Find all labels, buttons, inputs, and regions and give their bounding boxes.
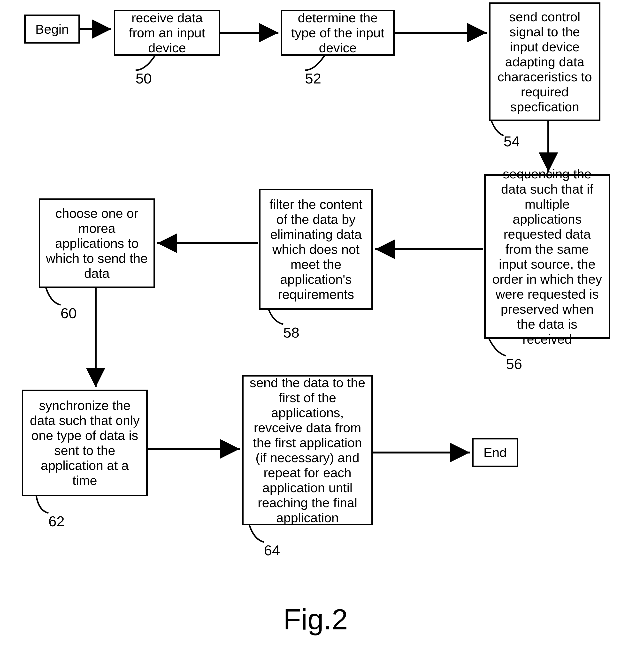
leader-52 [305,56,334,73]
node-end: End [472,438,518,467]
node-54: send control signal to the input device … [489,2,600,121]
node-begin: Begin [24,14,80,44]
flowchart-canvas: Begin receive data from an input device … [0,0,644,672]
leader-54 [491,121,511,138]
label-62: 62 [48,513,65,530]
figure-caption: Fig.2 [283,602,348,636]
label-60: 60 [60,305,77,322]
node-58: filter the content of the data by elimin… [259,189,373,310]
leader-50 [136,56,165,73]
arrow-58-60 [155,237,259,249]
arrow-62-64 [148,443,242,455]
node-64: send the data to the first of the applic… [242,375,373,525]
leader-58 [269,310,293,327]
arrow-50-52 [220,27,281,39]
node-50: receive data from an input device [114,10,220,56]
arrow-56-58 [373,243,484,255]
leader-62 [36,496,58,515]
arrow-begin-50 [80,23,114,35]
node-60: choose one or morea applications to whic… [39,199,155,288]
leader-60 [46,288,68,307]
arrow-60-62 [90,288,102,389]
arrow-64-end [373,446,472,458]
node-62: synchronize the data such that only one … [22,389,148,496]
arrow-54-56 [542,121,554,174]
label-50: 50 [136,70,152,87]
label-56: 56 [506,356,522,372]
leader-56 [489,339,513,358]
arrow-52-54 [395,27,489,39]
node-56: sequencing the data such that if multipl… [484,174,610,339]
label-52: 52 [305,70,321,87]
leader-64 [249,525,271,544]
node-52: determine the type of the input device [281,10,395,56]
label-64: 64 [264,542,280,559]
label-58: 58 [283,324,300,341]
